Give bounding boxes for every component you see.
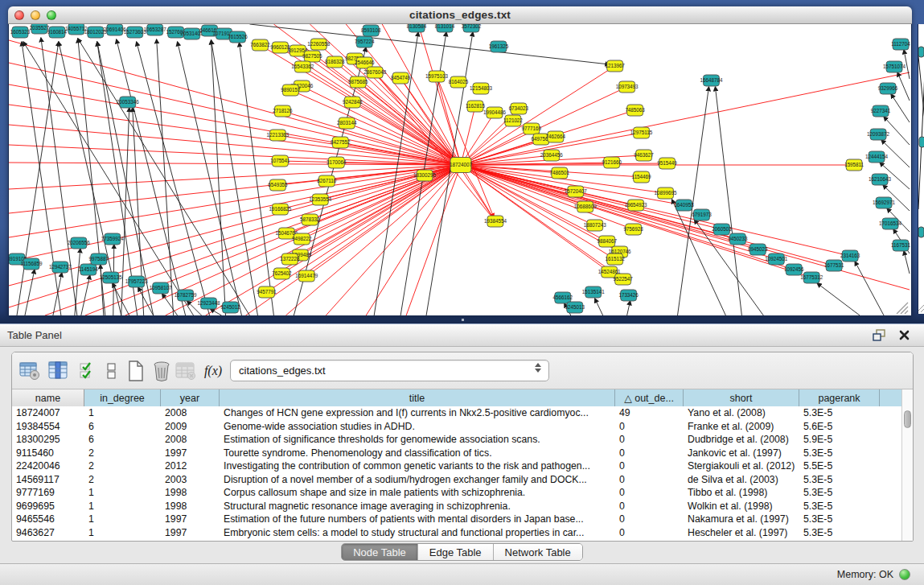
graph-node[interactable]: 19904486 [483,107,506,118]
cell-year[interactable]: 2008 [161,406,220,420]
cell-out_de...[interactable]: 49 [615,406,684,420]
cell-name[interactable]: 18724007 [12,406,84,420]
graph-node[interactable]: 17957223 [125,276,148,287]
cell-name[interactable]: 9777169 [12,486,84,500]
cell-title[interactable]: Changes of HCN gene expression and I(f) … [220,406,615,420]
graph-node[interactable]: 2803144 [337,117,357,129]
cell-year[interactable]: 1997 [161,513,220,526]
graph-node[interactable]: 2718126 [273,105,293,117]
graph-node[interactable]: 1595811 [844,159,864,171]
graph-node[interactable]: 3170064 [326,157,347,168]
graph-node[interactable]: 7615526 [228,31,248,43]
cell-title[interactable]: Structural magnetic resonance image aver… [220,500,615,513]
cell-pagerank[interactable]: 5.3E-5 [799,513,880,526]
cell-short[interactable]: Hescheler et al. (1997) [684,526,799,540]
background-window-sliver[interactable] [918,24,924,314]
cell-short[interactable]: Wolkin et al. (1998) [684,500,799,513]
close-panel-icon[interactable] [899,330,910,340]
graph-node[interactable]: 6734023 [509,103,529,114]
table-row[interactable]: 2242004622012Investigating the contribut… [12,459,903,473]
cell-short[interactable]: Tibbo et al. (1998) [684,486,799,500]
graph-node[interactable]: 17016534 [879,218,901,229]
graph-node[interactable]: 9450233 [728,233,748,245]
graph-node[interactable]: 15692971 [873,197,895,208]
graph-node[interactable]: 1605323 [10,27,31,38]
window-titlebar[interactable]: citations_edges.txt [8,6,912,24]
table-row[interactable]: 1456911722003Disruption of a novel membe… [12,473,903,487]
graph-node[interactable]: 8593108 [361,25,381,36]
graph-node[interactable]: 5878332 [300,214,320,225]
cell-pagerank[interactable]: 5.9E-5 [799,433,880,447]
column-header-in_degree[interactable]: in_degree [84,389,161,406]
graph-node[interactable]: 1733426 [618,290,639,301]
graph-node[interactable]: 8131014 [435,24,455,32]
graph-node[interactable]: 1154469 [632,171,651,183]
cell-pagerank[interactable]: 5.3E-5 [799,526,880,540]
table-row[interactable]: 1872400712008Changes of HCN gene express… [12,406,903,420]
graph-node[interactable]: 1162815 [466,101,485,112]
cell-out_de...[interactable]: 0 [615,459,684,473]
splitter-handle[interactable] [459,318,466,322]
graph-node[interactable]: 8267110 [317,175,336,187]
graph-node[interactable]: 15720407 [565,186,587,197]
graph-node[interactable]: 12353554 [309,194,331,205]
graph-node[interactable]: 7462664 [546,131,566,142]
graph-node[interactable]: 15135141 [582,286,605,298]
graph-node[interactable]: 9522547 [613,274,633,285]
network-view-window[interactable]: citations_edges.txt 16053232035527916081… [8,6,912,315]
graph-node[interactable]: 9242848 [343,97,363,108]
tab-node-table[interactable]: Node Table [342,544,418,560]
cell-year[interactable]: 2012 [161,459,220,473]
trash-icon[interactable] [150,360,173,382]
graph-node[interactable]: 20053346 [117,97,139,108]
table-row[interactable]: 1938455462009Genome-wide association stu… [12,420,903,434]
network-canvas[interactable]: 1605323203552791608141405571218012023206… [8,24,912,315]
cell-pagerank[interactable]: 5.3E-5 [799,447,880,460]
cell-name[interactable]: 9699695 [12,500,84,513]
graph-node[interactable]: 2060503 [712,224,732,235]
graph-node[interactable]: 1121022 [503,115,523,126]
graph-node[interactable]: 7486501 [550,167,570,179]
graph-node[interactable]: 20364456 [540,150,563,161]
graph-node[interactable]: 12444154 [865,151,888,163]
graph-node[interactable]: 16648784 [700,75,722,86]
cell-in_degree[interactable]: 1 [84,526,161,540]
graph-node[interactable]: 10899695 [655,187,677,199]
float-panel-icon[interactable] [873,329,886,341]
graph-node[interactable]: 16914479 [295,270,318,282]
graph-node[interactable]: 9121660 [602,157,622,168]
cell-year[interactable]: 1998 [161,500,220,513]
graph-node[interactable]: 1677531 [824,260,844,271]
cell-out_de...[interactable]: 0 [615,513,684,526]
graph-node[interactable]: 12923448 [198,298,220,309]
table-row[interactable]: 969969511998Structural magnetic resonanc… [12,500,903,513]
graph-node[interactable]: 10688609 [574,201,597,212]
graph-node[interactable]: 12505135 [100,272,122,283]
graph-node[interactable]: 7663822 [250,39,270,51]
table-selector-combo[interactable]: citations_edges.txt [230,360,549,381]
cell-in_degree[interactable]: 2 [84,459,161,473]
graph-node[interactable]: 8164025 [449,76,469,88]
cell-year[interactable]: 2009 [161,420,220,434]
graph-node[interactable]: 19384554 [484,216,507,227]
table-row[interactable]: 946362711997Embryonic stem cells: a mode… [12,526,903,540]
graph-node[interactable]: 28676048 [363,67,386,78]
graph-node[interactable]: 9884067 [597,236,617,247]
import-table-disabled-icon[interactable] [175,360,197,382]
graph-node[interactable]: 9160814 [47,27,68,38]
cell-out_de...[interactable]: 0 [615,526,684,540]
cell-year[interactable]: 2008 [161,433,220,447]
graph-node[interactable]: 1213967 [605,60,625,72]
graph-node[interactable]: 16210643 [869,174,891,185]
cell-pagerank[interactable]: 5.6E-5 [799,420,880,434]
cell-title[interactable]: Embryonic stem cells: a model to study s… [220,526,615,540]
graph-node[interactable]: 16782759 [175,290,197,301]
table-vertical-scrollbar[interactable] [901,389,913,541]
graph-node[interactable]: 18724007 [450,158,472,173]
cell-year[interactable]: 2003 [161,473,220,487]
cell-in_degree[interactable]: 2 [84,447,161,460]
cell-short[interactable]: Nakamura et al. (1997) [684,513,799,526]
graph-node[interactable]: 9777169 [522,123,542,134]
graph-node[interactable]: 1615132 [605,253,625,265]
cell-title[interactable]: Disruption of a novel member of a sodium… [220,473,615,487]
